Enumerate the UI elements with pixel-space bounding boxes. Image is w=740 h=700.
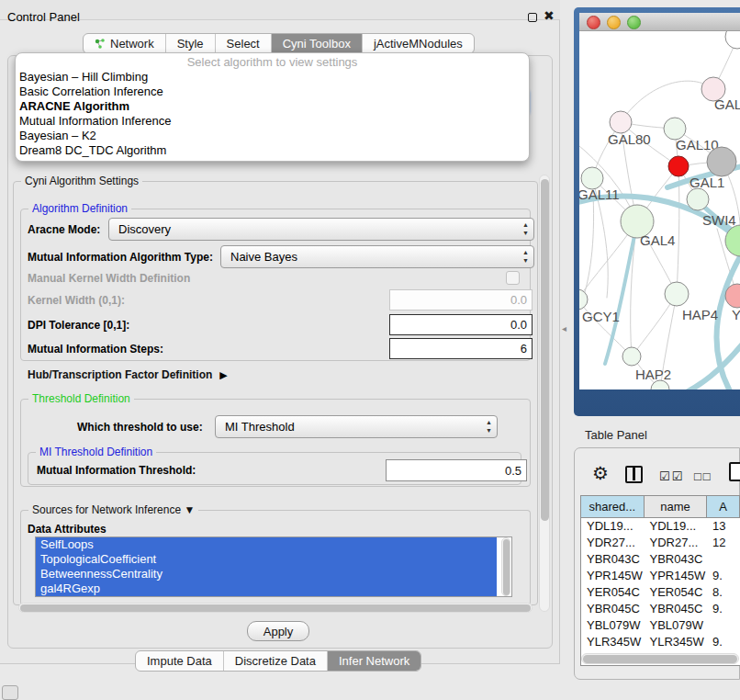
zoom-traffic-light-icon[interactable] [627,16,641,29]
select-all-checked-icon[interactable]: ☑☑ [659,469,684,483]
which-threshold-combo[interactable]: MI Threshold ▲▼ [215,415,498,438]
which-threshold-label: Which threshold to use: [77,421,203,434]
algorithm-option[interactable]: Mutual Information Inference [19,114,525,129]
algorithm-option[interactable]: Basic Correlation Inference [19,85,525,99]
mi-threshold-definition-title: MI Threshold Definition [36,446,156,458]
network-edge[interactable] [621,81,713,122]
algorithm-option[interactable]: ARACNE Algorithm [19,99,525,114]
tab-cyni-toolbox[interactable]: Cyni Toolbox [271,34,362,53]
network-view-titlebar[interactable] [579,13,740,31]
close-traffic-light-icon[interactable] [587,16,600,29]
mi-algorithm-type-value: Naive Bayes [230,250,297,264]
tab-label: Select [227,37,260,51]
table-row[interactable]: YER054CYER054C8. [581,584,740,601]
attribute-item[interactable]: BetweennessCentrality [36,567,497,581]
network-node[interactable] [707,147,736,176]
column-header-name[interactable]: name [645,496,708,517]
control-panel-title: Control Panel [7,10,80,24]
table-cell: YER054C [581,584,645,601]
table-cell: YER054C [645,584,708,601]
network-node-label: SWI4 [702,212,736,228]
table-cell: YBR043C [645,551,708,568]
attribute-item[interactable]: TopologicalCoefficient [36,552,497,567]
network-node-hap2[interactable] [622,347,641,366]
table-row[interactable]: YLR345WYLR345W9. [581,634,740,650]
algorithm-option-list: Bayesian – Hill ClimbingBasic Correlatio… [19,70,525,158]
table-row[interactable]: YDL19...YDL19...13 [581,518,740,535]
table-header-row: shared...nameA [581,496,740,518]
mi-threshold-label: Mutual Information Threshold: [37,464,196,477]
split-columns-icon[interactable] [625,466,643,483]
table-row[interactable]: YBR045CYBR045C9. [581,601,740,617]
network-edge-highlighted[interactable] [605,223,637,364]
table-row[interactable]: YPR145WYPR145W9. [581,568,740,584]
network-node-hap4[interactable] [665,282,689,306]
table-row[interactable]: YDR27...YDR27...12 [581,535,740,551]
tab-infer-network[interactable]: Infer Network [327,651,420,671]
network-node[interactable] [725,31,740,49]
mi-threshold-field[interactable]: 0.5 [386,459,527,481]
table-body: YDL19...YDL19...13YDR27...YDR27...12YBR0… [581,518,740,666]
network-node-swi4[interactable] [687,188,709,210]
table-cell: YPR145W [645,568,708,584]
settings-horizontal-scrollbar-thumb[interactable] [20,604,531,612]
column-header-A[interactable]: A [707,496,740,517]
attributes-list-scrollbar-thumb[interactable] [503,539,510,595]
table-horizontal-scrollbar-thumb[interactable] [583,655,737,663]
select-none-unchecked-icon[interactable]: □□ [694,469,712,483]
dpi-tolerance-label: DPI Tolerance [0,1]: [28,319,129,332]
attribute-item[interactable]: gal4RGexp [36,581,497,596]
new-table-icon[interactable] [729,462,740,481]
kernel-width-field[interactable]: 0.0 [389,289,533,310]
network-node-gal80[interactable] [610,111,632,133]
algorithm-definition-title: Algorithm Definition [28,202,131,215]
table-cell: 12 [707,535,740,551]
network-canvas[interactable]: GALGAL80GAL10GAL1GAL11SWI4GAL4GCY1HAP4YH… [579,31,740,390]
corner-mini-button[interactable] [2,685,18,700]
tab-discretize-data[interactable]: Discretize Data [223,651,327,671]
settings-horizontal-scrollbar[interactable] [18,603,533,613]
algorithm-option[interactable]: Bayesian – Hill Climbing [19,70,525,85]
mi-steps-field[interactable]: 6 [389,338,533,359]
network-node-gcy1[interactable] [579,289,588,310]
network-node-label: GAL11 [579,186,620,202]
network-node-label: GAL80 [608,131,651,147]
attributes-list-scrollbar[interactable] [501,537,510,596]
tab-style[interactable]: Style [165,34,215,53]
manual-kernel-width-checkbox[interactable] [506,271,520,285]
tab-network[interactable]: Network [84,34,165,53]
network-edge-highlighted[interactable] [662,334,740,390]
table-cell: YBL079W [581,617,645,634]
table-horizontal-scrollbar[interactable] [581,653,739,664]
apply-button[interactable]: Apply [247,621,309,641]
table-cell [707,617,740,634]
table-row[interactable]: YBL079WYBL079W [581,617,740,634]
table-row[interactable]: YBR043CYBR043C [581,551,740,568]
close-panel-icon[interactable]: ✖ [544,8,555,23]
aracne-mode-value: Discovery [118,222,171,236]
settings-vertical-scrollbar-thumb[interactable] [541,179,549,521]
algorithm-option[interactable]: Dream8 DC_TDC Algorithm [19,143,525,158]
attribute-item[interactable]: SelfLoops [36,537,497,552]
settings-vertical-scrollbar[interactable] [539,175,550,612]
data-attributes-list[interactable]: SelfLoopsTopologicalCoefficientBetweenne… [35,536,512,597]
table-cell: 8. [707,584,740,601]
float-panel-icon[interactable] [528,13,537,22]
tab-jactivemnodules[interactable]: jActiveMNodules [362,34,474,53]
minimize-traffic-light-icon[interactable] [607,16,621,29]
cyni-algorithm-settings-title: Cyni Algorithm Settings [21,175,142,187]
table-cell [707,551,740,568]
aracne-mode-combo[interactable]: Discovery ▲▼ [108,218,534,241]
tab-select[interactable]: Select [215,34,271,53]
tab-impute-data[interactable]: Impute Data [136,651,223,671]
network-node-label: Y [732,307,740,322]
splitter-collapse-icon[interactable]: ◂ [562,323,566,333]
mi-algorithm-type-combo[interactable]: Naive Bayes ▲▼ [220,245,534,268]
dpi-tolerance-field[interactable]: 0.0 [389,314,533,335]
table-settings-gear-icon[interactable]: ⚙ [592,462,609,484]
network-node-gal1[interactable] [668,156,689,176]
algorithm-option[interactable]: Bayesian – K2 [19,129,525,143]
column-header-shared...[interactable]: shared... [581,496,645,517]
hub-transcription-factor-expander[interactable]: Hub/Transcription Factor Definition ▶ [28,368,228,381]
expanded-arrow-icon[interactable]: ▼ [184,503,195,516]
